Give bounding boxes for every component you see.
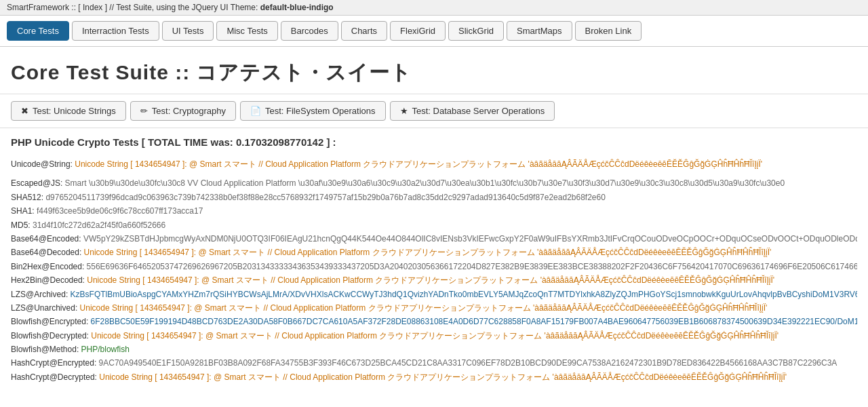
line-label-3: SHA1:	[11, 206, 37, 216]
nav-tab-misc-tests[interactable]: Misc Tests	[216, 21, 277, 41]
line-value-3: f449f63cee5b9de06c9f6c78cc607ff173acca17	[37, 206, 203, 216]
line-label-2: SHA512:	[11, 193, 45, 202]
line-label-10: LZS@Unarchived:	[11, 303, 80, 313]
line-label-13: Blowfish@Method:	[11, 345, 81, 354]
test-line-10: LZS@Unarchived: Unicode String [ 1434654…	[11, 301, 857, 315]
sub-tab-icon: ✏	[140, 106, 148, 116]
sub-tab-test-database-server-operations[interactable]: ★Test: Database Server Operations	[390, 101, 555, 121]
nav-tab-smartmaps[interactable]: SmartMaps	[507, 21, 572, 41]
test-line-15: HashCrypt@Decrypted: Unicode String [ 14…	[11, 370, 857, 384]
sub-tab-label: Test: FileSystem Operations	[265, 106, 376, 116]
nav-tabs: Core TestsInterraction TestsUI TestsMisc…	[0, 16, 868, 47]
test-line-11: Blowfish@Encrypted: 6F28BBC50E59F199194D…	[11, 315, 857, 328]
sub-tab-icon: 📄	[250, 106, 261, 116]
line-label-1: Escaped@JS:	[11, 178, 65, 188]
line-label-4: MD5:	[11, 220, 33, 230]
line-label-14: HashCrypt@Encrypted:	[11, 358, 99, 368]
page-title-section: Core Test Suite :: コアテスト・スイート	[0, 47, 868, 94]
sub-tabs: ✖Test: Unicode Strings✏Test: Cryptograph…	[0, 94, 868, 128]
test-line-13: Blowfish@Method: PHP/blowfish	[11, 343, 857, 356]
line-value-11: 6F28BBC50E59F199194D48BCD763DE2A30DA58F0…	[91, 317, 857, 326]
nav-tab-core-tests[interactable]: Core Tests	[7, 21, 69, 41]
line-value-14: 9AC70A949540E1F150A9281BF03B8A092F68FA34…	[99, 358, 837, 368]
line-value-0: Unicode String [ 1434654947 ]: @ Smart ス…	[75, 159, 762, 169]
line-value-15: Unicode String [ 1434654947 ]: @ Smart ス…	[99, 372, 787, 382]
test-line-6: Base64@Decoded: Unicode String [ 1434654…	[11, 246, 857, 259]
test-line-7: Bin2Hex@Encoded: 556E69636F6465205374726…	[11, 260, 857, 273]
page-title: Core Test Suite :: コアテスト・スイート	[11, 59, 857, 87]
line-value-4: 31d4f10fc272d62a2f45f0a660f52666	[33, 220, 165, 230]
nav-tab-charts[interactable]: Charts	[341, 21, 387, 41]
top-bar: SmartFramework :: [ Index ] // Test Suit…	[0, 0, 868, 16]
line-value-8: Unicode String [ 1434654947 ]: @ Smart ス…	[87, 275, 774, 285]
test-line-12: Blowfish@Decrypted: Unicode String [ 143…	[11, 329, 857, 343]
sub-tab-test-cryptography[interactable]: ✏Test: Cryptography	[130, 101, 236, 121]
topbar-theme: default-blue-indigo	[260, 3, 334, 12]
test-line-9: LZS@Archived: KzBsFQTlBmUBioAspgCYAMxYHZ…	[11, 288, 857, 301]
sub-tab-label: Test: Unicode Strings	[33, 106, 116, 116]
test-line-8: Hex2Bin@Decoded: Unicode String [ 143465…	[11, 273, 857, 287]
line-value-2: d9765204511739f96dcad9c063963c739b742338…	[45, 193, 605, 202]
line-label-8: Hex2Bin@Decoded:	[11, 275, 87, 285]
line-value-5: VW5pY29kZSBTdHJpbmcgWyAxNDM0NjU0OTQ3IF06…	[83, 234, 857, 244]
sub-tab-test-unicode-strings[interactable]: ✖Test: Unicode Strings	[11, 101, 126, 121]
line-value-9: KzBsFQTlBmUBioAspgCYAMxYHZm7rQSiHYBCWsAj…	[71, 290, 857, 299]
test-line-14: HashCrypt@Encrypted: 9AC70A949540E1F150A…	[11, 356, 857, 370]
test-lines: Unicode@String: Unicode String [ 1434654…	[11, 157, 857, 384]
line-label-0: Unicode@String:	[11, 159, 75, 169]
test-line-0: Unicode@String: Unicode String [ 1434654…	[11, 157, 857, 171]
test-line-5: Base64@Encoded: VW5pY29kZSBTdHJpbmcgWyAx…	[11, 232, 857, 246]
line-value-12: Unicode String [ 1434654947 ]: @ Smart ス…	[91, 331, 778, 341]
line-value-1: Smart \u30b9\u30de\u30fc\u30c8 VV Cloud …	[65, 178, 785, 188]
section-title: PHP Unicode Crypto Tests [ TOTAL TIME wa…	[11, 136, 857, 148]
nav-tab-broken-link[interactable]: Broken Link	[575, 21, 642, 41]
sub-tab-icon: ★	[400, 106, 408, 116]
content: PHP Unicode Crypto Tests [ TOTAL TIME wa…	[0, 128, 868, 392]
sub-tab-test-filesystem-operations[interactable]: 📄Test: FileSystem Operations	[240, 101, 386, 121]
line-label-5: Base64@Encoded:	[11, 234, 83, 244]
line-value-10: Unicode String [ 1434654947 ]: @ Smart ス…	[80, 303, 768, 313]
test-line-3: SHA1: f449f63cee5b9de06c9f6c78cc607ff173…	[11, 204, 857, 218]
line-label-7: Bin2Hex@Encoded:	[11, 262, 87, 271]
line-label-9: LZS@Archived:	[11, 290, 71, 299]
line-label-12: Blowfish@Decrypted:	[11, 331, 91, 341]
test-line-2: SHA512: d9765204511739f96dcad9c063963c73…	[11, 191, 857, 204]
test-line-1: Escaped@JS: Smart \u30b9\u30de\u30fc\u30…	[11, 176, 857, 190]
sub-tab-label: Test: Cryptography	[152, 106, 226, 116]
line-label-6: Base64@Decoded:	[11, 248, 84, 257]
nav-tab-flexigrid[interactable]: FlexiGrid	[390, 21, 446, 41]
sub-tab-label: Test: Database Server Operations	[412, 106, 545, 116]
line-value-6: Unicode String [ 1434654947 ]: @ Smart ス…	[84, 248, 772, 257]
sub-tab-icon: ✖	[21, 106, 28, 116]
nav-tab-interraction-tests[interactable]: Interraction Tests	[72, 21, 159, 41]
nav-tab-ui-tests[interactable]: UI Tests	[162, 21, 214, 41]
nav-tab-slickgrid[interactable]: SlickGrid	[448, 21, 504, 41]
line-value-7: 556E69636F64652053747269626967205B203134…	[87, 262, 857, 271]
line-label-15: HashCrypt@Decrypted:	[11, 372, 99, 382]
line-label-11: Blowfish@Encrypted:	[11, 317, 91, 326]
nav-tab-barcodes[interactable]: Barcodes	[281, 21, 338, 41]
line-value-13: PHP/blowfish	[81, 345, 130, 354]
topbar-text: SmartFramework :: [ Index ] // Test Suit…	[7, 3, 260, 12]
test-line-4: MD5: 31d4f10fc272d62a2f45f0a660f52666	[11, 218, 857, 232]
